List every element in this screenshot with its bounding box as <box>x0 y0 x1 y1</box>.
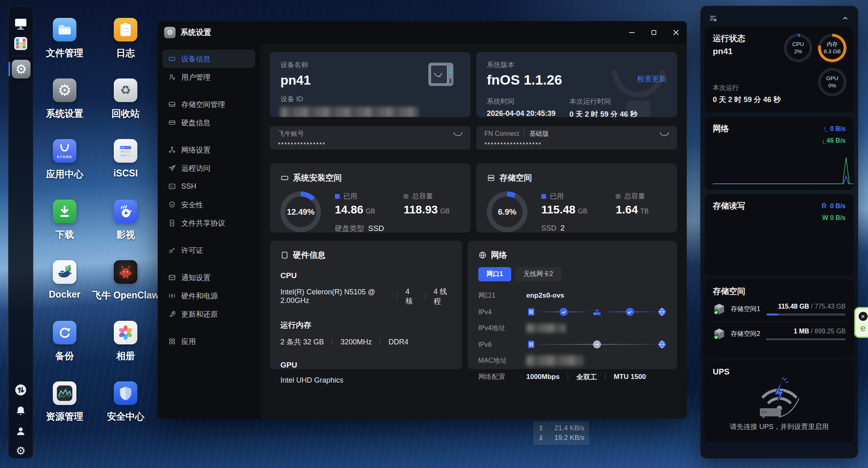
desktop-app-recycle-bin[interactable]: ♻ 回收站 <box>112 78 140 139</box>
fn-connect-badge: 基础版 <box>524 130 549 137</box>
storage-volumes-card: 存储空间 存储空间1 115.48 GB / 775.43 GB 存储空间2 1… <box>705 279 854 357</box>
recycle-glyph: ♻ <box>120 84 131 96</box>
window-title: 系统设置 <box>180 27 211 38</box>
fnos-watermark <box>608 64 669 117</box>
device-info-icon <box>168 55 176 63</box>
window-titlebar[interactable]: ⚙ 系统设置 <box>158 21 687 44</box>
user-account-icon[interactable] <box>15 425 27 438</box>
system-version-card: 系统版本 fnOS 1.1.26 检查更新 系统时间 2026-04-04 20… <box>476 52 677 117</box>
sidebar-item-disk-info[interactable]: 硬盘信息 <box>163 113 255 132</box>
sidebar-item-hardware-power[interactable]: 硬件和电源 <box>163 287 255 305</box>
nas-icon <box>526 340 536 349</box>
os-version: fnOS 1.1.26 <box>487 72 562 88</box>
settings-sidebar: 设备信息 用户管理 存储空间管理 硬盘信息 网络设置 远程访问 <box>158 44 260 419</box>
desktop-app-grid: 文件管理 日志 ⚙ 系统设置 ♻ 回收站 STORE 应用中心 iSCSI <box>34 18 156 442</box>
system-time: 2026-04-04 20:45:39 <box>487 109 569 117</box>
gpu-donut: GPU0% <box>818 68 846 96</box>
volume-row-2[interactable]: 存储空间2 1 MB / 899.25 GB <box>713 322 846 346</box>
recycle-bin-icon: ♻ <box>114 78 137 102</box>
active-app-indicator <box>9 62 10 76</box>
close-icon[interactable]: ✕ <box>859 312 868 321</box>
desktop-app-app-center[interactable]: STORE 应用中心 <box>46 139 83 200</box>
sidebar-item-apps[interactable]: 应用 <box>163 332 255 350</box>
read-speed: R 0 B/s <box>822 200 846 212</box>
maximize-button[interactable] <box>643 21 665 44</box>
system-settings-window: ⚙ 系统设置 设备信息 用户管理 存储空间管理 硬 <box>158 21 687 419</box>
sidebar-item-user-management[interactable]: 用户管理 <box>163 68 255 86</box>
key-icon <box>168 246 176 254</box>
volume-cube-icon <box>713 327 726 340</box>
device-info-page: 设备名称 pn41 设备 ID 系统版本 <box>260 44 687 419</box>
tab-wireless2[interactable]: 无线网卡2 <box>515 267 561 281</box>
widget-settings-icon[interactable] <box>709 14 718 23</box>
ups-hint-text: 请先连接 UPS，并到设置里启用 <box>713 422 846 431</box>
taskbar-system-settings-icon[interactable]: ⚙ <box>12 60 30 78</box>
desktop-app-security-center[interactable]: 安全中心 <box>107 381 144 442</box>
gpu-spec: Intel UHD Graphics <box>280 376 451 385</box>
server-stack-icon <box>487 174 495 182</box>
sidebar-item-notification-settings[interactable]: 通知设置 <box>163 268 255 287</box>
fn-horns-icon <box>659 131 670 138</box>
desktop-app-logs[interactable]: 日志 <box>114 18 137 78</box>
storage-inbox-icon <box>168 100 176 108</box>
check-icon <box>560 308 568 316</box>
internet-globe-icon <box>658 307 666 316</box>
ipv6-connectivity-diagram <box>526 340 666 349</box>
desktop-app-photos[interactable]: 相册 <box>114 321 137 381</box>
chip-icon <box>280 251 289 259</box>
port-name: enp2s0-ovs <box>526 292 564 300</box>
volume-usage-bar <box>766 313 846 316</box>
ups-card: UPS 请先连接 UPS，并到设置里启用 <box>705 361 854 442</box>
sidebar-item-license[interactable]: 许可证 <box>163 241 255 259</box>
volume-usage: 115.48 GB / 775.43 GB <box>766 303 846 310</box>
ipv4-address-redacted <box>526 324 566 333</box>
desktop-app-backup[interactable]: 备份 <box>53 321 76 381</box>
desktop-app-docker[interactable]: Docker <box>49 260 80 321</box>
sidebar-item-file-sharing[interactable]: 文件共享协议 <box>163 214 255 232</box>
desktop-app-download[interactable]: 下载 <box>53 200 76 260</box>
fn-connect-card[interactable]: FN Connect基础版 ****************** <box>476 126 677 150</box>
total-space-value: 118.93GB <box>404 203 449 216</box>
paper-plane-icon <box>168 164 176 172</box>
desktop-app-system-settings[interactable]: ⚙ 系统设置 <box>46 78 83 139</box>
download-icon <box>53 200 76 223</box>
volume-row-1[interactable]: 存储空间1 115.48 GB / 775.43 GB <box>713 297 846 321</box>
fn-account-card[interactable]: 飞牛账号 *************** <box>270 126 471 150</box>
up-arrow-icon: ⇧ <box>538 424 544 433</box>
sidebar-item-security[interactable]: 安全性 <box>163 196 255 214</box>
transfer-speed-icon[interactable] <box>15 384 27 396</box>
desktop-app-movies[interactable]: 影视 <box>114 200 137 260</box>
internet-globe-icon <box>658 340 666 349</box>
taskbar-settings-gear-icon[interactable]: ⚙ <box>16 444 26 457</box>
iscsi-icon <box>114 139 137 163</box>
desktop-app-iscsi[interactable]: iSCSI <box>113 139 138 200</box>
antivirus-floating-widget[interactable]: ✕ e <box>854 307 868 338</box>
desktop-app-openclaw[interactable]: 飞牛 OpenClaw <box>92 260 159 321</box>
terminal-icon <box>168 183 176 190</box>
memory-donut: 内存8.3 GB <box>818 34 846 62</box>
tab-port1[interactable]: 网口1 <box>478 267 511 281</box>
app-launcher-icon[interactable] <box>13 36 28 51</box>
sidebar-item-ssh[interactable]: SSH <box>163 177 255 196</box>
sidebar-item-network-settings[interactable]: 网络设置 <box>163 141 255 159</box>
sidebar-item-storage-management[interactable]: 存储空间管理 <box>163 95 255 113</box>
sidebar-item-device-info[interactable]: 设备信息 <box>163 50 255 68</box>
down-arrow-icon: ↓̲ <box>821 137 825 144</box>
show-desktop-icon[interactable] <box>13 17 28 31</box>
desktop-app-file-manager[interactable]: 文件管理 <box>46 18 83 78</box>
sidebar-item-update-restore[interactable]: 更新和还原 <box>163 305 255 323</box>
system-monitor-panel: 运行状态 pn41 CPU2% 内存8.3 GB GPU0% 本次运行 0 天 … <box>700 6 858 459</box>
used-legend-swatch <box>335 194 340 199</box>
system-settings-icon: ⚙ <box>53 78 76 102</box>
desktop-app-resource-monitor[interactable]: 资源管理 <box>46 381 83 442</box>
sidebar-item-remote-access[interactable]: 远程访问 <box>163 159 255 177</box>
collapse-panel-icon[interactable] <box>841 14 850 23</box>
minimize-button[interactable] <box>621 21 643 44</box>
close-button[interactable] <box>665 21 687 44</box>
network-nodes-icon <box>168 146 176 154</box>
app-center-icon: STORE <box>53 139 76 163</box>
close-icon <box>673 30 679 36</box>
overlay-download-row: ⇩19.2 KB/s <box>538 433 584 442</box>
notifications-bell-icon[interactable] <box>15 405 27 417</box>
nas-icon <box>526 307 536 317</box>
